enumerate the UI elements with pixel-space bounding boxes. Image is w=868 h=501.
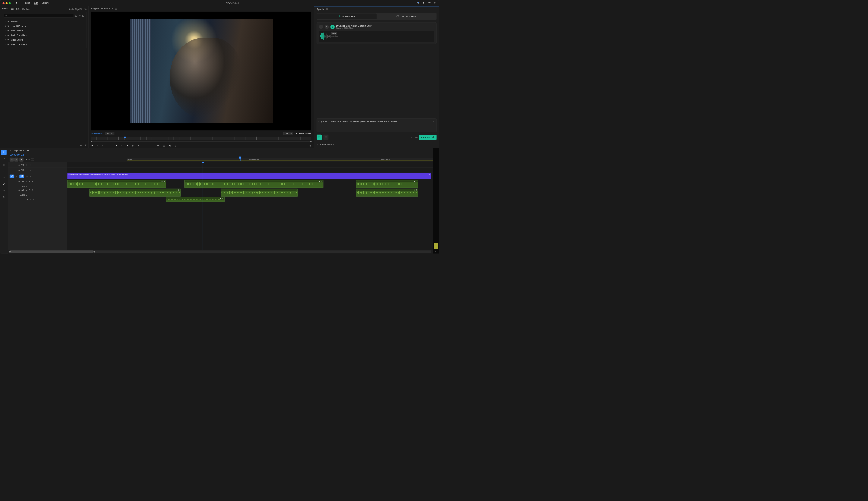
track-header-a1[interactable]: A1 M S Audio 1: [8, 180, 67, 189]
cc-icon[interactable]: cc: [31, 158, 34, 161]
tree-lumetri[interactable]: Lumetri Presets: [4, 24, 85, 28]
tree-audio-effects[interactable]: Audio Effects: [4, 29, 85, 33]
audio-clip[interactable]: ✦fx: [356, 189, 418, 196]
resolution-dropdown[interactable]: 1/2: [283, 132, 293, 135]
play-icon[interactable]: [126, 145, 128, 147]
tree-video-transitions[interactable]: Video Transitions: [4, 43, 85, 46]
selection-tool[interactable]: [1, 150, 7, 155]
settings-icon[interactable]: [428, 2, 431, 4]
track-select-tool[interactable]: [1, 156, 7, 161]
close-window-button[interactable]: [3, 2, 4, 4]
lane-v2[interactable]: [67, 168, 433, 173]
insert-mode-icon[interactable]: [10, 158, 13, 162]
result-play-button[interactable]: [325, 25, 329, 29]
mute-button[interactable]: M: [25, 189, 27, 191]
generate-button[interactable]: Generate: [419, 135, 437, 140]
audio-clip[interactable]: ✦fx: [166, 197, 225, 202]
preset-32-icon[interactable]: 32: [79, 15, 81, 17]
result-waveform[interactable]: 00:6: [319, 31, 435, 42]
razor-tool[interactable]: [1, 169, 7, 174]
timecode-in[interactable]: 00:00:04:13: [91, 132, 103, 135]
lane-a3[interactable]: ✦fx: [67, 197, 433, 203]
new-bin-icon[interactable]: [79, 144, 82, 147]
zoom-fit-dropdown[interactable]: Fit: [105, 132, 114, 135]
pen-tool[interactable]: [1, 181, 7, 187]
tab-text-to-speech[interactable]: Text To Speech: [377, 13, 436, 19]
timeline-ruler[interactable]: :00:00 00:00:05:00 00:00:10:00: [127, 158, 433, 161]
preset-yuv-icon[interactable]: [82, 14, 85, 17]
track-header-v3[interactable]: V3: [8, 162, 67, 168]
step-back-icon[interactable]: [121, 145, 123, 147]
prompt-mode-grid-button[interactable]: [323, 135, 328, 140]
tree-presets[interactable]: Presets: [4, 20, 85, 23]
tab-audio-mixer[interactable]: Audio Clip Mi: [69, 8, 82, 11]
lane-a1[interactable]: ✦fx ✦fx ✦fx: [67, 180, 433, 189]
tree-video-effects[interactable]: Video Effects: [4, 38, 85, 42]
extract-icon[interactable]: [157, 145, 160, 147]
sympho-menu-icon[interactable]: [326, 9, 328, 10]
mic-icon[interactable]: [33, 199, 34, 201]
menu-import[interactable]: Import: [24, 1, 31, 5]
lift-icon[interactable]: [151, 145, 153, 147]
video-clip[interactable]: actor-failing-action-scene-during-rehear…: [67, 173, 431, 179]
menu-export[interactable]: Export: [42, 1, 48, 5]
button-editor-icon[interactable]: [309, 145, 311, 147]
lane-playhead[interactable]: [203, 162, 203, 250]
proxy-toggle-icon[interactable]: [174, 145, 177, 147]
audio-clip[interactable]: ✦fx: [184, 180, 323, 188]
timeline-menu-icon[interactable]: [27, 150, 29, 151]
sound-settings-row[interactable]: Sound Settings: [314, 141, 439, 148]
wrench-icon[interactable]: [295, 132, 297, 135]
film-icon[interactable]: [25, 169, 28, 171]
track-header-a3[interactable]: M S: [8, 197, 67, 203]
lock-icon[interactable]: [18, 189, 20, 191]
quick-export-icon[interactable]: [416, 2, 419, 4]
timeline-horizontal-scroll[interactable]: [9, 250, 431, 253]
result-menu-button[interactable]: [319, 25, 323, 29]
mute-button[interactable]: M: [25, 180, 27, 183]
go-to-in-icon[interactable]: [115, 145, 117, 147]
track-header-a2[interactable]: A2 M S Audio 2: [8, 189, 67, 197]
lock-icon[interactable]: [18, 181, 20, 182]
home-icon[interactable]: [15, 2, 18, 4]
marker-icon[interactable]: [25, 159, 27, 161]
audio-clip[interactable]: ♪: [221, 189, 298, 196]
audio-clip[interactable]: ✦fx: [89, 189, 181, 196]
linked-selection-icon[interactable]: [19, 158, 23, 162]
mark-out-icon[interactable]: [102, 145, 104, 147]
mic-icon[interactable]: [31, 181, 33, 183]
tab-sound-effects[interactable]: Soud Effects: [317, 13, 377, 19]
mic-icon[interactable]: [31, 189, 33, 191]
clear-prompt-icon[interactable]: ✕: [433, 120, 435, 123]
lane-a2[interactable]: ✦fx ♪ ✦fx: [67, 189, 433, 197]
film-icon[interactable]: [25, 175, 28, 177]
rectangle-tool[interactable]: [1, 188, 7, 193]
fullscreen-icon[interactable]: [434, 2, 437, 4]
lock-icon[interactable]: [18, 164, 20, 166]
lane-v1[interactable]: actor-failing-action-scene-during-rehear…: [67, 173, 433, 180]
minimize-window-button[interactable]: [6, 2, 8, 4]
result-download-button[interactable]: [330, 25, 335, 29]
menu-edit[interactable]: Edit: [34, 1, 38, 5]
add-marker-icon[interactable]: [91, 145, 93, 147]
track-header-v1[interactable]: V1 V1: [8, 173, 67, 180]
program-viewport[interactable]: [91, 12, 311, 130]
type-tool[interactable]: [1, 201, 7, 206]
sequence-tab[interactable]: Sequence 01: [13, 149, 25, 152]
tab-effects[interactable]: Effects: [2, 8, 9, 11]
source-patch-v1[interactable]: V1: [10, 174, 14, 178]
panel-menu-icon[interactable]: [11, 9, 13, 10]
export-frame-icon[interactable]: [163, 145, 165, 147]
delete-icon[interactable]: [84, 144, 87, 147]
snap-icon[interactable]: [14, 158, 18, 162]
solo-button[interactable]: S: [29, 180, 30, 183]
solo-button[interactable]: S: [29, 189, 30, 191]
track-target-v1[interactable]: V1: [19, 174, 24, 178]
program-scrubber[interactable]: [91, 141, 311, 142]
effects-search-input[interactable]: [4, 14, 74, 18]
playhead-marker[interactable]: [124, 137, 126, 138]
eye-icon[interactable]: [29, 164, 32, 166]
preset-bin-icon[interactable]: [75, 14, 77, 17]
slip-tool[interactable]: [1, 175, 7, 181]
tab-effect-controls[interactable]: Effect Controls: [16, 8, 30, 11]
